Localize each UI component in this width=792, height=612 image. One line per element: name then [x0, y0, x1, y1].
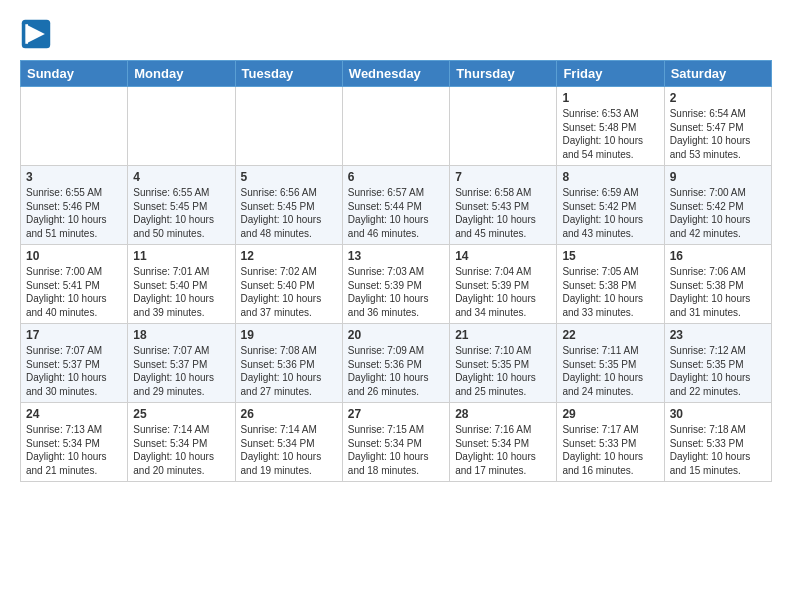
day-number: 28	[455, 407, 551, 421]
day-info: Sunrise: 7:05 AM Sunset: 5:38 PM Dayligh…	[562, 265, 658, 319]
day-number: 20	[348, 328, 444, 342]
calendar-cell: 22Sunrise: 7:11 AM Sunset: 5:35 PM Dayli…	[557, 324, 664, 403]
day-info: Sunrise: 7:04 AM Sunset: 5:39 PM Dayligh…	[455, 265, 551, 319]
day-info: Sunrise: 7:16 AM Sunset: 5:34 PM Dayligh…	[455, 423, 551, 477]
day-number: 30	[670, 407, 766, 421]
calendar-cell: 10Sunrise: 7:00 AM Sunset: 5:41 PM Dayli…	[21, 245, 128, 324]
day-number: 19	[241, 328, 337, 342]
calendar-cell: 28Sunrise: 7:16 AM Sunset: 5:34 PM Dayli…	[450, 403, 557, 482]
day-info: Sunrise: 6:56 AM Sunset: 5:45 PM Dayligh…	[241, 186, 337, 240]
day-info: Sunrise: 7:13 AM Sunset: 5:34 PM Dayligh…	[26, 423, 122, 477]
day-info: Sunrise: 7:09 AM Sunset: 5:36 PM Dayligh…	[348, 344, 444, 398]
day-info: Sunrise: 7:08 AM Sunset: 5:36 PM Dayligh…	[241, 344, 337, 398]
calendar-cell: 16Sunrise: 7:06 AM Sunset: 5:38 PM Dayli…	[664, 245, 771, 324]
weekday-header-saturday: Saturday	[664, 61, 771, 87]
calendar-cell	[21, 87, 128, 166]
weekday-header-thursday: Thursday	[450, 61, 557, 87]
day-info: Sunrise: 7:03 AM Sunset: 5:39 PM Dayligh…	[348, 265, 444, 319]
day-number: 22	[562, 328, 658, 342]
day-number: 2	[670, 91, 766, 105]
day-number: 17	[26, 328, 122, 342]
day-number: 10	[26, 249, 122, 263]
day-number: 9	[670, 170, 766, 184]
day-info: Sunrise: 6:55 AM Sunset: 5:45 PM Dayligh…	[133, 186, 229, 240]
calendar-cell: 13Sunrise: 7:03 AM Sunset: 5:39 PM Dayli…	[342, 245, 449, 324]
day-number: 21	[455, 328, 551, 342]
calendar-cell: 25Sunrise: 7:14 AM Sunset: 5:34 PM Dayli…	[128, 403, 235, 482]
day-info: Sunrise: 6:59 AM Sunset: 5:42 PM Dayligh…	[562, 186, 658, 240]
day-info: Sunrise: 7:01 AM Sunset: 5:40 PM Dayligh…	[133, 265, 229, 319]
day-info: Sunrise: 6:55 AM Sunset: 5:46 PM Dayligh…	[26, 186, 122, 240]
day-number: 29	[562, 407, 658, 421]
day-info: Sunrise: 6:58 AM Sunset: 5:43 PM Dayligh…	[455, 186, 551, 240]
day-number: 23	[670, 328, 766, 342]
calendar-cell	[235, 87, 342, 166]
day-number: 8	[562, 170, 658, 184]
calendar-cell: 1Sunrise: 6:53 AM Sunset: 5:48 PM Daylig…	[557, 87, 664, 166]
calendar-cell: 8Sunrise: 6:59 AM Sunset: 5:42 PM Daylig…	[557, 166, 664, 245]
weekday-header-row: SundayMondayTuesdayWednesdayThursdayFrid…	[21, 61, 772, 87]
calendar-cell: 20Sunrise: 7:09 AM Sunset: 5:36 PM Dayli…	[342, 324, 449, 403]
calendar-cell: 27Sunrise: 7:15 AM Sunset: 5:34 PM Dayli…	[342, 403, 449, 482]
day-number: 18	[133, 328, 229, 342]
weekday-header-friday: Friday	[557, 61, 664, 87]
week-row-2: 3Sunrise: 6:55 AM Sunset: 5:46 PM Daylig…	[21, 166, 772, 245]
calendar-cell: 12Sunrise: 7:02 AM Sunset: 5:40 PM Dayli…	[235, 245, 342, 324]
day-number: 4	[133, 170, 229, 184]
calendar-cell: 14Sunrise: 7:04 AM Sunset: 5:39 PM Dayli…	[450, 245, 557, 324]
day-info: Sunrise: 7:12 AM Sunset: 5:35 PM Dayligh…	[670, 344, 766, 398]
day-info: Sunrise: 7:11 AM Sunset: 5:35 PM Dayligh…	[562, 344, 658, 398]
calendar-cell: 4Sunrise: 6:55 AM Sunset: 5:45 PM Daylig…	[128, 166, 235, 245]
day-number: 7	[455, 170, 551, 184]
day-number: 16	[670, 249, 766, 263]
day-number: 14	[455, 249, 551, 263]
day-info: Sunrise: 7:10 AM Sunset: 5:35 PM Dayligh…	[455, 344, 551, 398]
calendar-cell: 18Sunrise: 7:07 AM Sunset: 5:37 PM Dayli…	[128, 324, 235, 403]
calendar-cell	[450, 87, 557, 166]
calendar-cell: 2Sunrise: 6:54 AM Sunset: 5:47 PM Daylig…	[664, 87, 771, 166]
calendar-cell: 30Sunrise: 7:18 AM Sunset: 5:33 PM Dayli…	[664, 403, 771, 482]
calendar-cell: 7Sunrise: 6:58 AM Sunset: 5:43 PM Daylig…	[450, 166, 557, 245]
svg-rect-2	[25, 24, 28, 44]
calendar-cell	[342, 87, 449, 166]
day-number: 26	[241, 407, 337, 421]
week-row-3: 10Sunrise: 7:00 AM Sunset: 5:41 PM Dayli…	[21, 245, 772, 324]
week-row-1: 1Sunrise: 6:53 AM Sunset: 5:48 PM Daylig…	[21, 87, 772, 166]
day-number: 5	[241, 170, 337, 184]
calendar-cell: 3Sunrise: 6:55 AM Sunset: 5:46 PM Daylig…	[21, 166, 128, 245]
day-info: Sunrise: 7:07 AM Sunset: 5:37 PM Dayligh…	[26, 344, 122, 398]
calendar-cell: 9Sunrise: 7:00 AM Sunset: 5:42 PM Daylig…	[664, 166, 771, 245]
day-info: Sunrise: 7:06 AM Sunset: 5:38 PM Dayligh…	[670, 265, 766, 319]
day-info: Sunrise: 7:15 AM Sunset: 5:34 PM Dayligh…	[348, 423, 444, 477]
calendar-cell	[128, 87, 235, 166]
calendar-cell: 21Sunrise: 7:10 AM Sunset: 5:35 PM Dayli…	[450, 324, 557, 403]
day-number: 12	[241, 249, 337, 263]
day-info: Sunrise: 7:00 AM Sunset: 5:41 PM Dayligh…	[26, 265, 122, 319]
day-number: 27	[348, 407, 444, 421]
day-info: Sunrise: 6:54 AM Sunset: 5:47 PM Dayligh…	[670, 107, 766, 161]
weekday-header-wednesday: Wednesday	[342, 61, 449, 87]
calendar-cell: 15Sunrise: 7:05 AM Sunset: 5:38 PM Dayli…	[557, 245, 664, 324]
week-row-4: 17Sunrise: 7:07 AM Sunset: 5:37 PM Dayli…	[21, 324, 772, 403]
weekday-header-sunday: Sunday	[21, 61, 128, 87]
day-number: 11	[133, 249, 229, 263]
page: SundayMondayTuesdayWednesdayThursdayFrid…	[0, 0, 792, 492]
day-info: Sunrise: 7:14 AM Sunset: 5:34 PM Dayligh…	[241, 423, 337, 477]
calendar-cell: 23Sunrise: 7:12 AM Sunset: 5:35 PM Dayli…	[664, 324, 771, 403]
day-number: 13	[348, 249, 444, 263]
week-row-5: 24Sunrise: 7:13 AM Sunset: 5:34 PM Dayli…	[21, 403, 772, 482]
weekday-header-tuesday: Tuesday	[235, 61, 342, 87]
day-number: 3	[26, 170, 122, 184]
day-info: Sunrise: 7:02 AM Sunset: 5:40 PM Dayligh…	[241, 265, 337, 319]
calendar: SundayMondayTuesdayWednesdayThursdayFrid…	[20, 60, 772, 482]
calendar-cell: 24Sunrise: 7:13 AM Sunset: 5:34 PM Dayli…	[21, 403, 128, 482]
day-info: Sunrise: 6:57 AM Sunset: 5:44 PM Dayligh…	[348, 186, 444, 240]
logo-icon	[20, 18, 52, 50]
day-info: Sunrise: 7:17 AM Sunset: 5:33 PM Dayligh…	[562, 423, 658, 477]
calendar-cell: 29Sunrise: 7:17 AM Sunset: 5:33 PM Dayli…	[557, 403, 664, 482]
day-number: 15	[562, 249, 658, 263]
day-number: 24	[26, 407, 122, 421]
day-info: Sunrise: 6:53 AM Sunset: 5:48 PM Dayligh…	[562, 107, 658, 161]
calendar-cell: 11Sunrise: 7:01 AM Sunset: 5:40 PM Dayli…	[128, 245, 235, 324]
day-info: Sunrise: 7:14 AM Sunset: 5:34 PM Dayligh…	[133, 423, 229, 477]
